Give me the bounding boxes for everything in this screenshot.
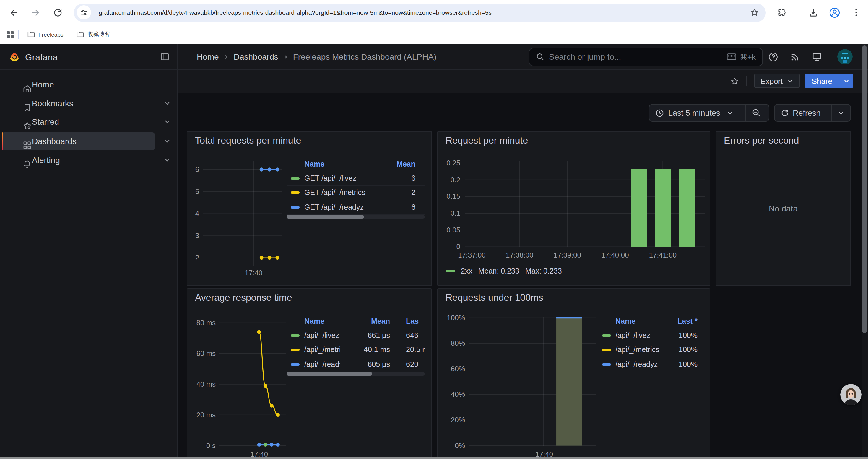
apps-icon (23, 140, 32, 150)
sidebar-item-label: Bookmarks (32, 94, 73, 112)
folder-icon (76, 31, 84, 38)
bookmark-star-icon[interactable] (750, 8, 759, 17)
assistant-avatar[interactable] (840, 384, 862, 405)
forward-icon[interactable] (30, 7, 40, 18)
search-input[interactable]: Search or jump to... ⌘+k (529, 47, 763, 66)
legend-series-name[interactable]: /api/_/readyz (304, 360, 340, 369)
request-per-minute-chart: 0.250.20.150.10.05017:37:0017:38:0017:39… (438, 132, 710, 286)
extensions-icon[interactable] (776, 8, 786, 17)
legend-table: NameMeanLas/api/_/livez661 µs646/api/_/m… (286, 314, 425, 372)
legend-row: /api/_/readyz605 µs620 (286, 357, 425, 372)
apps-grid-icon[interactable] (6, 30, 14, 39)
grafana-app: Grafana HomeDashboardsFreeleaps Metrics … (0, 44, 868, 459)
user-avatar[interactable] (837, 49, 852, 64)
bookmark-icon (23, 102, 32, 112)
sidebar-item-home[interactable]: Home (0, 75, 177, 93)
legend-cell: 100% (679, 360, 701, 369)
panel-title[interactable]: Requests under 100ms (445, 292, 543, 303)
dock-menu-icon[interactable] (160, 52, 169, 61)
favorite-star-icon[interactable] (730, 76, 739, 85)
time-range-picker[interactable]: Last 5 minutes (649, 104, 745, 121)
export-button[interactable]: Export (754, 74, 800, 88)
breadcrumb-item[interactable]: Dashboards (234, 52, 278, 62)
panel-title[interactable]: Average response time (195, 292, 292, 303)
svg-text:20 ms: 20 ms (196, 411, 216, 419)
series-color-pill (290, 192, 299, 194)
sidebar-item-alerting[interactable]: Alerting (0, 151, 177, 169)
legend-series-name[interactable]: GET /api/_/readyz (304, 203, 364, 211)
monitor-icon[interactable] (812, 52, 822, 62)
series-mean: Mean: 0.233 (478, 267, 519, 275)
svg-text:17:40: 17:40 (245, 269, 262, 277)
legend-series-name[interactable]: /api/_/livez (304, 331, 339, 340)
legend-header-row: NameLast * (598, 314, 701, 328)
legend-series-name[interactable]: /api/_/metrics (304, 346, 340, 354)
back-icon[interactable] (8, 7, 19, 18)
legend-scrollbar[interactable] (286, 372, 425, 376)
zoom-out-button[interactable] (745, 104, 767, 121)
legend-col-name[interactable]: Name (615, 317, 636, 325)
svg-text:2: 2 (195, 254, 199, 262)
legend-col-header: Mean (397, 160, 425, 168)
sidebar-item-dashboards[interactable]: Dashboards (0, 132, 177, 150)
series-name[interactable]: 2xx (461, 267, 472, 275)
legend-col-name[interactable]: Name (304, 317, 324, 325)
reload-icon[interactable] (52, 7, 62, 17)
bookmark-folder[interactable]: Freeleaps (22, 28, 69, 42)
menu-icon[interactable] (851, 7, 861, 17)
downloads-icon[interactable] (808, 7, 818, 18)
sidebar-item-label: Home (32, 75, 54, 93)
svg-text:80 ms: 80 ms (196, 319, 216, 327)
panel-title[interactable]: Errors per second (724, 135, 799, 146)
sidebar-item-starred[interactable]: Starred (0, 113, 177, 131)
bookmark-folder[interactable]: 收藏博客 (71, 28, 116, 42)
legend-series-name[interactable]: /api/_/metrics (615, 346, 659, 354)
svg-text:17:40:00: 17:40:00 (601, 251, 629, 259)
url-text[interactable]: grafana.mathmast.com/d/deytv4rwavabkb/fr… (99, 3, 492, 22)
bookmarks-divider (18, 30, 19, 39)
chevron-down-icon[interactable] (164, 100, 171, 107)
legend-scrollbar[interactable] (286, 215, 425, 219)
chevron-down-icon[interactable] (164, 156, 171, 163)
panel-average-response-time: Average response time 80 ms60 ms40 ms20 … (187, 288, 432, 459)
panel-title[interactable]: Total requests per minute (195, 135, 301, 146)
legend-series-name[interactable]: GET /api/_/livez (304, 174, 356, 183)
breadcrumb-item[interactable]: Freeleaps Metrics Dashboard (ALPHA) (293, 52, 437, 62)
panel-title[interactable]: Request per minute (445, 135, 528, 146)
series-color-pill (602, 334, 611, 337)
legend-col-header: Last * (677, 317, 701, 325)
breadcrumb-item[interactable]: Home (197, 52, 219, 62)
sidebar-item-bookmarks[interactable]: Bookmarks (0, 94, 177, 112)
address-bar[interactable]: grafana.mathmast.com/d/deytv4rwavabkb/fr… (74, 3, 766, 22)
help-icon[interactable] (768, 52, 778, 62)
news-icon[interactable] (790, 52, 800, 62)
chevron-down-icon[interactable] (164, 138, 171, 145)
refresh-button[interactable]: Refresh (774, 104, 831, 121)
search-shortcut: ⌘+k (740, 52, 756, 61)
legend-series-name[interactable]: GET /api/_/metrics (304, 189, 366, 197)
page-scrollbar[interactable] (861, 44, 868, 459)
grafana-brand[interactable]: Grafana (9, 44, 58, 69)
share-menu-chevron[interactable] (839, 74, 853, 88)
breadcrumb: HomeDashboardsFreeleaps Metrics Dashboar… (197, 44, 436, 69)
svg-text:80%: 80% (451, 339, 465, 347)
series-color-pill (290, 177, 299, 179)
series-color-pill (290, 363, 299, 366)
sidebar-item-label: Dashboards (32, 132, 76, 150)
legend-col-name[interactable]: Name (304, 160, 324, 168)
refresh-interval-chevron[interactable] (831, 104, 850, 121)
svg-text:6: 6 (195, 165, 199, 173)
profile-icon[interactable] (829, 7, 840, 18)
sidebar-divider (177, 44, 178, 459)
share-button[interactable]: Share (805, 74, 853, 88)
legend-cell: 40.1 ms (340, 346, 390, 354)
search-placeholder: Search or jump to... (549, 52, 727, 61)
svg-text:20%: 20% (451, 416, 465, 424)
legend-series-name[interactable]: /api/_/readyz (615, 360, 658, 369)
bell-icon (23, 159, 32, 169)
legend-series-name[interactable]: /api/_/livez (615, 331, 650, 340)
site-settings-icon[interactable] (77, 5, 91, 20)
series-color-pill (602, 349, 611, 351)
legend-header-row: NameMeanLas (286, 314, 425, 328)
chevron-down-icon[interactable] (164, 118, 171, 125)
